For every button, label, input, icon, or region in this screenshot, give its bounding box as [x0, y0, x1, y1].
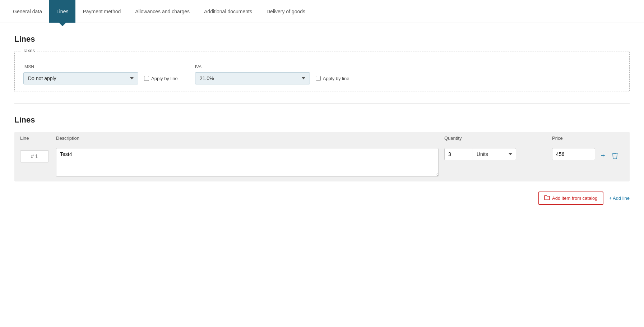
- units-select[interactable]: Units: [473, 148, 516, 160]
- units-value: Units: [477, 151, 488, 157]
- quantity-input[interactable]: [444, 148, 473, 160]
- delete-row-button[interactable]: [610, 151, 620, 161]
- row-actions: +: [599, 148, 620, 161]
- iva-apply-by-line-text: Apply by line: [323, 76, 349, 81]
- page-title: Lines: [14, 34, 630, 44]
- imsn-label: IMSN: [23, 64, 178, 69]
- tab-allowances-charges[interactable]: Allowances and charges: [128, 0, 197, 23]
- line-number-cell: # 1: [20, 148, 56, 162]
- imsn-apply-by-line-checkbox[interactable]: [144, 76, 149, 81]
- price-cell: +: [552, 148, 624, 161]
- add-catalog-button[interactable]: Add item from catalog: [538, 192, 603, 205]
- nav-tabs: General data Lines Payment method Allowa…: [0, 0, 644, 23]
- plus-icon: +: [601, 152, 605, 160]
- lines-table: Line Description Quantity Price # 1 Test…: [14, 132, 630, 181]
- imsn-apply-by-line-text: Apply by line: [151, 76, 178, 81]
- iva-chevron-icon: [302, 77, 305, 79]
- imsn-chevron-icon: [130, 77, 134, 79]
- iva-select[interactable]: 21.0%: [195, 72, 310, 84]
- tab-delivery-of-goods[interactable]: Delivery of goods: [259, 0, 312, 23]
- iva-row: 21.0% Apply by line: [195, 72, 349, 84]
- iva-group: IVA 21.0% Apply by line: [195, 64, 349, 84]
- tab-additional-documents[interactable]: Additional documents: [197, 0, 259, 23]
- tab-payment-method[interactable]: Payment method: [75, 0, 128, 23]
- imsn-row: Do not apply Apply by line: [23, 72, 178, 84]
- iva-value: 21.0%: [200, 75, 214, 81]
- iva-label: IVA: [195, 64, 349, 69]
- add-line-label: + Add line: [609, 195, 630, 201]
- col-line: Line: [20, 135, 56, 141]
- tab-general-data[interactable]: General data: [6, 0, 49, 23]
- folder-icon: [544, 195, 550, 200]
- taxes-legend: Taxes: [20, 48, 37, 53]
- imsn-select[interactable]: Do not apply: [23, 72, 138, 84]
- add-line-button[interactable]: + Add line: [609, 195, 630, 201]
- lines-section-title: Lines: [14, 115, 630, 125]
- table-row: # 1 Test4 Units +: [14, 144, 630, 181]
- section-divider: [14, 103, 630, 104]
- description-input[interactable]: Test4: [56, 148, 439, 177]
- col-description: Description: [56, 135, 444, 141]
- imsn-group: IMSN Do not apply Apply by line: [23, 64, 178, 84]
- bottom-actions: Add item from catalog + Add line: [14, 189, 630, 208]
- price-input[interactable]: [552, 148, 595, 160]
- quantity-cell: Units: [444, 148, 552, 160]
- col-quantity: Quantity: [444, 135, 552, 141]
- trash-icon: [612, 152, 618, 160]
- col-price: Price: [552, 135, 624, 141]
- main-content: Lines Taxes IMSN Do not apply Apply by l…: [0, 23, 644, 327]
- catalog-icon: [544, 195, 550, 201]
- description-cell: Test4: [56, 148, 444, 178]
- imsn-apply-by-line-label[interactable]: Apply by line: [144, 76, 178, 81]
- imsn-value: Do not apply: [28, 75, 56, 81]
- units-chevron-icon: [509, 153, 512, 155]
- taxes-section: Taxes IMSN Do not apply Apply by line: [14, 51, 630, 92]
- iva-apply-by-line-checkbox[interactable]: [316, 76, 321, 81]
- table-header: Line Description Quantity Price: [14, 132, 630, 144]
- tab-lines[interactable]: Lines: [49, 0, 75, 23]
- taxes-grid: IMSN Do not apply Apply by line IVA: [23, 64, 621, 84]
- add-row-button[interactable]: +: [599, 150, 607, 161]
- iva-apply-by-line-label[interactable]: Apply by line: [316, 76, 349, 81]
- line-number: # 1: [20, 150, 49, 162]
- add-catalog-label: Add item from catalog: [552, 195, 597, 201]
